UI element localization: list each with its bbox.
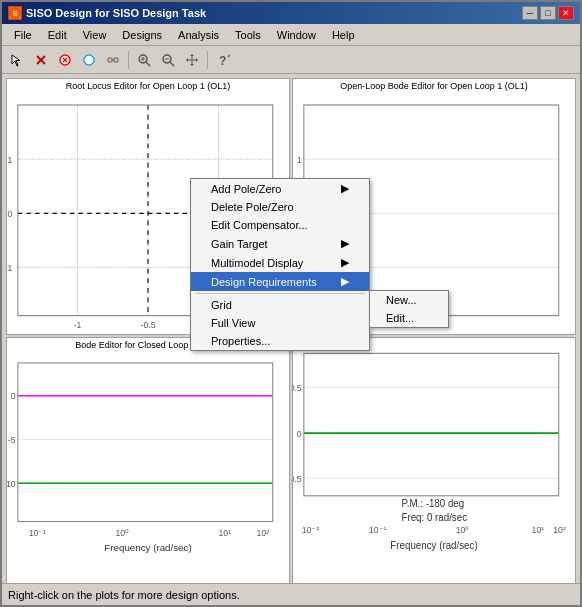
status-bar: Right-click on the plots for more design… (2, 583, 580, 605)
status-text: Right-click on the plots for more design… (8, 589, 240, 601)
svg-text:Freq: 0 rad/sec: Freq: 0 rad/sec (401, 511, 467, 522)
add-pole-btn[interactable] (54, 49, 76, 71)
svg-text:0: 0 (11, 391, 16, 401)
title-bar-left: S SISO Design for SISO Design Task (8, 6, 206, 20)
zoom-in-btn[interactable] (133, 49, 155, 71)
ctx-design-requirements[interactable]: Design Requirements ▶ (191, 272, 369, 291)
open-loop-bode-title: Open-Loop Bode Editor for Open Loop 1 (O… (293, 79, 575, 93)
svg-text:10⁰: 10⁰ (456, 525, 470, 535)
svg-text:1: 1 (297, 154, 302, 165)
svg-text:-1: -1 (74, 319, 82, 330)
svg-text:-1: -1 (7, 263, 12, 274)
svg-text:-0.5: -0.5 (293, 474, 302, 484)
bottom-right-plot[interactable]: 0.5 0 -0.5 P.M.: -180 deg Freq: 0 rad/se… (292, 337, 576, 583)
ctx-sep-1 (195, 293, 365, 294)
menu-help[interactable]: Help (324, 27, 363, 43)
svg-marker-2 (12, 55, 20, 66)
sep-1 (128, 51, 129, 69)
ctx-add-pole-zero[interactable]: Add Pole/Zero ▶ (191, 179, 369, 198)
svg-text:1: 1 (8, 154, 13, 165)
svg-rect-10 (114, 58, 118, 62)
svg-text:?: ? (219, 54, 226, 67)
menu-view[interactable]: View (75, 27, 115, 43)
menu-bar: File Edit View Designs Analysis Tools Wi… (2, 24, 580, 46)
closed-loop-bode-area: 0 -5 -10 10⁻¹ 10⁰ 10¹ 10² (7, 352, 289, 583)
arrow-icon-2: ▶ (341, 237, 349, 250)
ctx-delete-pole-zero[interactable]: Delete Pole/Zero (191, 198, 369, 216)
ctx-properties[interactable]: Properties... (191, 332, 369, 350)
close-button[interactable]: ✕ (558, 6, 574, 20)
ctx-multimodel-display[interactable]: Multimodel Display ▶ (191, 253, 369, 272)
app-icon: S (8, 6, 22, 20)
svg-text:10²: 10² (256, 527, 269, 537)
root-locus-title: Root Locus Editor for Open Loop 1 (OL1) (7, 79, 289, 93)
zoom-out-btn[interactable] (157, 49, 179, 71)
minimize-button[interactable]: ─ (522, 6, 538, 20)
svg-text:-5: -5 (8, 434, 16, 444)
pan-btn[interactable] (181, 49, 203, 71)
submenu-edit[interactable]: Edit... (370, 309, 448, 327)
title-bar: S SISO Design for SISO Design Task ─ □ ✕ (2, 2, 580, 24)
svg-line-13 (146, 62, 150, 66)
svg-text:P.M.: -180 deg: P.M.: -180 deg (401, 498, 464, 509)
svg-text:10⁻¹: 10⁻¹ (369, 525, 386, 535)
toolbar: ? (2, 46, 580, 74)
svg-point-8 (84, 55, 94, 65)
arrow-icon: ▶ (341, 182, 349, 195)
design-req-submenu: New... Edit... (369, 290, 449, 328)
submenu-new[interactable]: New... (370, 291, 448, 309)
menu-designs[interactable]: Designs (114, 27, 170, 43)
help-btn[interactable]: ? (212, 49, 234, 71)
svg-rect-9 (108, 58, 112, 62)
svg-text:10¹: 10¹ (532, 525, 545, 535)
menu-file[interactable]: File (6, 27, 40, 43)
svg-text:10¹: 10¹ (219, 527, 232, 537)
context-menu: Add Pole/Zero ▶ Delete Pole/Zero Edit Co… (190, 178, 370, 351)
ctx-full-view[interactable]: Full View (191, 314, 369, 332)
window-title: SISO Design for SISO Design Task (26, 7, 206, 19)
ctx-gain-target[interactable]: Gain Target ▶ (191, 234, 369, 253)
svg-text:10²: 10² (553, 525, 566, 535)
svg-text:10⁻¹: 10⁻¹ (29, 527, 47, 537)
title-buttons: ─ □ ✕ (522, 6, 574, 20)
svg-text:0.5: 0.5 (293, 382, 302, 392)
delete-btn[interactable] (30, 49, 52, 71)
sep-2 (207, 51, 208, 69)
svg-line-20 (228, 55, 230, 57)
svg-text:10⁻²: 10⁻² (302, 525, 319, 535)
menu-window[interactable]: Window (269, 27, 324, 43)
arrow-icon-4: ▶ (341, 275, 349, 288)
menu-tools[interactable]: Tools (227, 27, 269, 43)
svg-text:10⁰: 10⁰ (115, 527, 129, 537)
svg-text:Frequency (rad/sec): Frequency (rad/sec) (390, 540, 477, 551)
closed-loop-bode-plot[interactable]: Bode Editor for Closed Loop 1 (CL1) 0 -5… (6, 337, 290, 583)
svg-text:0: 0 (8, 209, 13, 220)
ctx-edit-compensator[interactable]: Edit Compensator... (191, 216, 369, 234)
menu-edit[interactable]: Edit (40, 27, 75, 43)
ctx-grid[interactable]: Grid (191, 296, 369, 314)
add-zero-btn[interactable] (78, 49, 100, 71)
svg-text:-10: -10 (7, 478, 16, 488)
svg-text:0: 0 (297, 428, 302, 438)
arrow-icon-3: ▶ (341, 256, 349, 269)
menu-analysis[interactable]: Analysis (170, 27, 227, 43)
svg-text:Frequency (rad/sec): Frequency (rad/sec) (104, 542, 191, 553)
svg-text:S: S (13, 10, 18, 17)
chain-btn[interactable] (102, 49, 124, 71)
cursor-btn[interactable] (6, 49, 28, 71)
maximize-button[interactable]: □ (540, 6, 556, 20)
bottom-right-area: 0.5 0 -0.5 P.M.: -180 deg Freq: 0 rad/se… (293, 342, 575, 583)
svg-text:-0.5: -0.5 (141, 319, 156, 330)
svg-line-17 (170, 62, 174, 66)
